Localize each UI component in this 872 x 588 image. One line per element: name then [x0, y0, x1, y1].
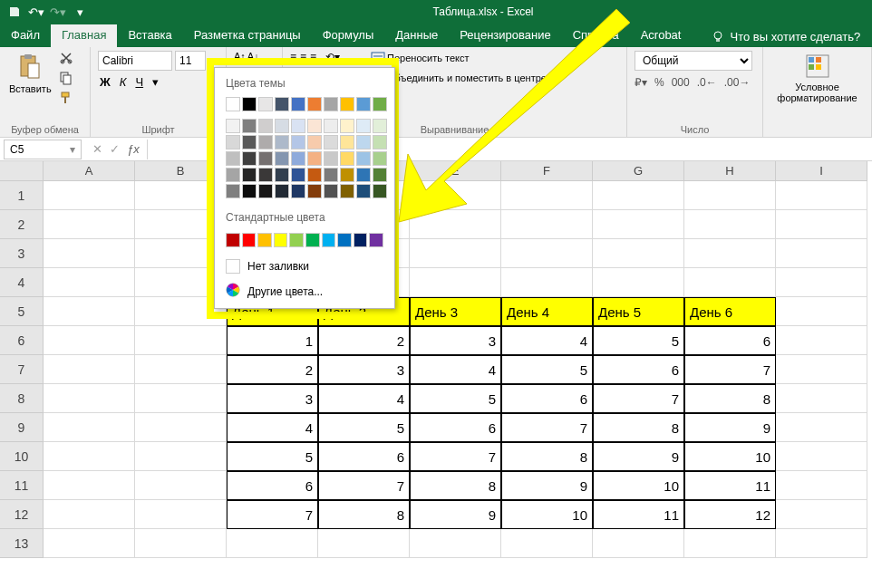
row-header[interactable]: 3 — [0, 239, 44, 268]
cell[interactable] — [135, 326, 227, 355]
cell[interactable] — [684, 529, 776, 558]
enter-icon[interactable]: ✓ — [110, 142, 120, 156]
cell[interactable] — [44, 297, 135, 326]
cell[interactable] — [44, 471, 135, 500]
cell[interactable]: 6 — [410, 413, 501, 442]
cell[interactable]: 6 — [501, 384, 593, 413]
border-icon[interactable]: ▾ — [150, 74, 160, 90]
tab-help[interactable]: Справка — [562, 24, 630, 47]
cell[interactable]: День 5 — [593, 297, 684, 326]
cell[interactable] — [501, 268, 593, 297]
color-swatch[interactable] — [242, 168, 257, 182]
row-header[interactable]: 12 — [0, 500, 44, 529]
color-swatch[interactable] — [307, 184, 322, 198]
cell[interactable] — [44, 413, 135, 442]
copy-icon[interactable] — [59, 71, 73, 88]
color-swatch[interactable] — [307, 135, 322, 149]
col-header[interactable]: B — [135, 161, 227, 181]
color-swatch[interactable] — [242, 135, 257, 149]
currency-icon[interactable]: ₽▾ — [635, 76, 647, 89]
color-swatch[interactable] — [305, 233, 320, 247]
cell[interactable] — [44, 529, 135, 558]
col-header[interactable]: F — [501, 161, 593, 181]
align-top-icon[interactable]: ≡ — [290, 51, 296, 63]
tell-me[interactable]: Что вы хотите сделать? — [701, 26, 871, 47]
cell[interactable]: 5 — [410, 384, 501, 413]
qat-dropdown-icon[interactable]: ▾ — [71, 3, 89, 21]
cut-icon[interactable] — [59, 51, 73, 68]
cell[interactable] — [684, 210, 776, 239]
save-icon[interactable] — [5, 3, 24, 21]
row-header[interactable]: 10 — [0, 442, 44, 471]
color-swatch[interactable] — [275, 151, 289, 166]
cell[interactable] — [776, 297, 867, 326]
tab-acrobat[interactable]: Acrobat — [630, 24, 693, 47]
color-swatch[interactable] — [226, 119, 240, 133]
cell[interactable] — [776, 268, 867, 297]
cell[interactable] — [410, 210, 501, 239]
number-format-select[interactable]: Общий — [635, 51, 752, 71]
bold-button[interactable]: Ж — [98, 74, 112, 90]
cell[interactable]: День 4 — [501, 297, 593, 326]
cell[interactable] — [135, 500, 227, 529]
cell[interactable] — [776, 181, 867, 210]
cell[interactable]: 9 — [501, 471, 593, 500]
color-swatch[interactable] — [324, 151, 338, 166]
cell[interactable]: 6 — [318, 442, 410, 471]
color-swatch[interactable] — [356, 97, 371, 111]
tab-layout[interactable]: Разметка страницы — [183, 24, 312, 47]
percent-icon[interactable]: % — [654, 76, 664, 89]
tab-file[interactable]: Файл — [0, 24, 51, 47]
color-swatch[interactable] — [307, 119, 322, 133]
redo-icon[interactable]: ↷▾ — [49, 3, 67, 21]
decrease-font-icon[interactable]: A↓ — [247, 51, 259, 62]
cell[interactable] — [44, 239, 135, 268]
color-swatch[interactable] — [242, 97, 257, 111]
select-all-corner[interactable] — [0, 161, 44, 181]
name-box[interactable]: C5 ▾ — [4, 140, 82, 159]
cell[interactable]: День 6 — [684, 297, 776, 326]
cell[interactable]: 2 — [318, 326, 410, 355]
orientation-icon[interactable]: ⟲▾ — [325, 51, 340, 63]
row-header[interactable]: 2 — [0, 210, 44, 239]
cell[interactable]: 8 — [318, 500, 410, 529]
cell[interactable] — [593, 239, 684, 268]
name-box-dropdown-icon[interactable]: ▾ — [70, 143, 75, 156]
cell[interactable]: 4 — [501, 326, 593, 355]
cell[interactable]: 11 — [593, 500, 684, 529]
cell[interactable] — [776, 529, 867, 558]
color-swatch[interactable] — [340, 184, 354, 198]
color-swatch[interactable] — [340, 151, 354, 166]
inc-decimal-icon[interactable]: .0← — [697, 76, 717, 89]
cell[interactable]: 9 — [410, 500, 501, 529]
color-swatch[interactable] — [275, 119, 289, 133]
cell[interactable] — [44, 326, 135, 355]
color-swatch[interactable] — [226, 168, 240, 182]
cancel-icon[interactable]: ✕ — [92, 142, 102, 156]
color-swatch[interactable] — [258, 97, 273, 111]
cell[interactable]: 5 — [501, 355, 593, 384]
color-swatch[interactable] — [242, 151, 257, 166]
color-swatch[interactable] — [226, 184, 240, 198]
color-swatch[interactable] — [373, 119, 387, 133]
row-header[interactable]: 5 — [0, 297, 44, 326]
cell[interactable] — [410, 268, 501, 297]
col-header[interactable]: G — [593, 161, 684, 181]
align-bottom-icon[interactable]: ≡ — [310, 51, 316, 63]
cell[interactable]: 8 — [410, 471, 501, 500]
color-swatch[interactable] — [291, 97, 305, 111]
color-swatch[interactable] — [258, 135, 273, 149]
tab-data[interactable]: Данные — [384, 24, 449, 47]
paste-button[interactable]: Вставить — [7, 51, 53, 96]
cell[interactable] — [135, 471, 227, 500]
cell[interactable] — [776, 355, 867, 384]
cell[interactable] — [684, 181, 776, 210]
cell[interactable] — [776, 413, 867, 442]
font-size-select[interactable] — [175, 51, 206, 71]
cell[interactable]: 7 — [684, 355, 776, 384]
merge-center-button[interactable]: Объединить и поместить в центре▾ — [369, 71, 556, 85]
cell[interactable]: 6 — [684, 326, 776, 355]
color-swatch[interactable] — [356, 135, 371, 149]
col-header[interactable]: E — [410, 161, 501, 181]
color-swatch[interactable] — [226, 97, 240, 111]
